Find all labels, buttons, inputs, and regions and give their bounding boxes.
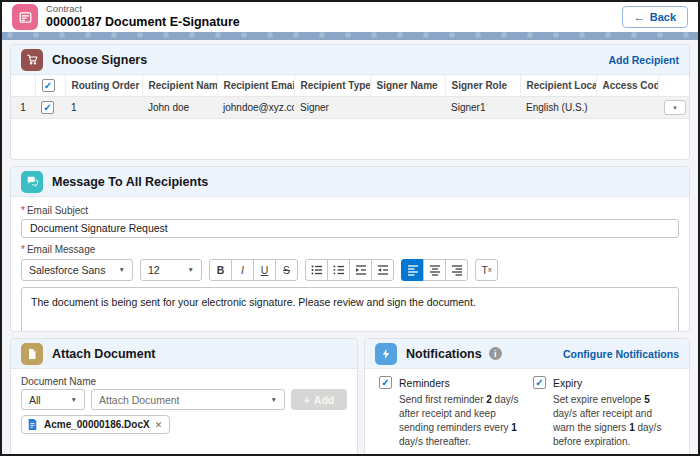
rownum-column-header bbox=[11, 75, 35, 97]
attached-file-name: Acme_00000186.DocX bbox=[44, 419, 150, 430]
choose-signers-title: Choose Signers bbox=[52, 53, 147, 67]
add-document-button[interactable]: + Add bbox=[291, 389, 347, 410]
numbered-list-icon[interactable] bbox=[327, 259, 350, 281]
expiry-row: ✓ Expiry bbox=[533, 376, 675, 389]
col-signer-name: Signer Name bbox=[370, 75, 445, 97]
signers-table-header-row: ✓ Routing Order Recipient Name Recipient… bbox=[11, 75, 689, 97]
underline-button[interactable]: U bbox=[253, 259, 276, 281]
required-asterisk: * bbox=[21, 205, 25, 216]
align-right-icon[interactable] bbox=[445, 259, 468, 281]
document-name-label: Document Name bbox=[21, 376, 347, 387]
chevron-down-icon: ▼ bbox=[271, 396, 277, 403]
add-recipient-link[interactable]: Add Recipient bbox=[608, 54, 679, 66]
chat-icon bbox=[21, 171, 43, 193]
col-row-actions bbox=[658, 75, 689, 97]
object-label: Contract bbox=[46, 4, 240, 15]
cell-recipient-locale: English (U.S.) bbox=[520, 97, 596, 119]
col-recipient-type: Recipient Type bbox=[294, 75, 370, 97]
bulleted-list-icon[interactable] bbox=[305, 259, 328, 281]
rich-text-toolbar: Salesforce Sans ▼ 12 ▼ B I U S bbox=[21, 259, 679, 281]
cell-recipient-type: Signer bbox=[294, 97, 370, 119]
chevron-down-icon: ▼ bbox=[672, 105, 678, 111]
cell-access-code bbox=[596, 97, 658, 119]
reminders-description: Send first reminder 2 day/s after receip… bbox=[399, 393, 521, 449]
check-icon: ✓ bbox=[535, 378, 543, 388]
attach-document-placeholder: Attach Document bbox=[99, 394, 180, 406]
document-icon bbox=[21, 343, 43, 365]
reminders-column: ✓ Reminders Send first reminder 2 day/s … bbox=[379, 376, 521, 449]
font-family-select[interactable]: Salesforce Sans ▼ bbox=[21, 259, 133, 281]
cell-recipient-email: johndoe@xyz.com bbox=[217, 97, 294, 119]
required-asterisk: * bbox=[21, 244, 25, 255]
check-icon: ✓ bbox=[381, 378, 389, 388]
check-icon: ✓ bbox=[43, 103, 51, 113]
configure-notifications-link[interactable]: Configure Notifications bbox=[563, 348, 679, 360]
email-message-textarea[interactable]: The document is being sent for your elec… bbox=[21, 287, 679, 333]
attached-file-pill[interactable]: Acme_00000186.DocX ✕ bbox=[21, 415, 170, 434]
attach-document-title: Attach Document bbox=[52, 347, 155, 361]
document-filter-select[interactable]: All ▼ bbox=[21, 389, 85, 410]
record-meta: Contract 00000187 Document E-Signature bbox=[46, 4, 240, 29]
bottom-row: Attach Document Document Name All ▼ Atta… bbox=[10, 338, 690, 456]
expiry-checkbox[interactable]: ✓ bbox=[533, 376, 546, 389]
email-message-label: *Email Message bbox=[21, 244, 679, 255]
choose-signers-card: Choose Signers Add Recipient ✓ Routing O… bbox=[10, 44, 690, 160]
notifications-header: Notifications i Configure Notifications bbox=[365, 339, 689, 369]
cart-icon bbox=[21, 49, 43, 71]
col-recipient-locale: Recipient Locale bbox=[520, 75, 596, 97]
text-style-group: B I U S bbox=[209, 259, 298, 281]
plus-icon: + bbox=[304, 394, 310, 406]
select-all-checkbox[interactable]: ✓ bbox=[42, 79, 55, 92]
select-all-column-header: ✓ bbox=[35, 75, 65, 97]
signers-table: ✓ Routing Order Recipient Name Recipient… bbox=[11, 75, 689, 119]
chevron-down-icon: ▼ bbox=[188, 266, 194, 273]
bold-button[interactable]: B bbox=[209, 259, 232, 281]
outdent-icon[interactable] bbox=[371, 259, 394, 281]
reminders-label: Reminders bbox=[399, 377, 450, 389]
row-select-checkbox[interactable]: ✓ bbox=[41, 101, 54, 114]
clear-formatting-button[interactable]: Tx bbox=[475, 259, 498, 281]
font-size-select[interactable]: 12 ▼ bbox=[140, 259, 202, 281]
cell-row-actions: ▼ bbox=[658, 97, 689, 119]
align-center-icon[interactable] bbox=[423, 259, 446, 281]
message-header: Message To All Recipients bbox=[11, 167, 689, 197]
chevron-down-icon: ▼ bbox=[119, 266, 125, 273]
cell-recipient-name: John doe bbox=[142, 97, 217, 119]
col-access-code: Access Code bbox=[596, 75, 658, 97]
document-filter-value: All bbox=[29, 394, 41, 406]
page-title: 00000187 Document E-Signature bbox=[46, 15, 240, 29]
reminders-checkbox[interactable]: ✓ bbox=[379, 376, 392, 389]
cell-signer-role: Signer1 bbox=[445, 97, 520, 119]
col-signer-role: Signer Role bbox=[445, 75, 520, 97]
notifications-card: Notifications i Configure Notifications … bbox=[364, 338, 690, 456]
lightning-icon bbox=[375, 343, 397, 365]
choose-signers-header: Choose Signers Add Recipient bbox=[11, 45, 689, 75]
back-button[interactable]: ← Back bbox=[622, 6, 688, 28]
signer-table-row: 1 ✓ 1 John doe johndoe@xyz.com Signer Si… bbox=[11, 97, 689, 119]
attach-controls: All ▼ Attach Document ▼ + Add bbox=[21, 389, 347, 410]
email-subject-input[interactable] bbox=[21, 219, 679, 238]
cell-signer-name bbox=[370, 97, 445, 119]
notifications-title: Notifications bbox=[406, 347, 482, 361]
record-header: Contract 00000187 Document E-Signature ←… bbox=[2, 2, 698, 32]
font-size-value: 12 bbox=[148, 264, 160, 276]
reminders-row: ✓ Reminders bbox=[379, 376, 521, 389]
info-icon[interactable]: i bbox=[489, 347, 502, 360]
col-recipient-email: Recipient Email bbox=[217, 75, 294, 97]
attach-document-combobox[interactable]: Attach Document ▼ bbox=[91, 389, 285, 410]
row-actions-button[interactable]: ▼ bbox=[664, 100, 686, 115]
italic-button[interactable]: I bbox=[231, 259, 254, 281]
main-content: Choose Signers Add Recipient ✓ Routing O… bbox=[2, 40, 698, 456]
attach-document-body: Document Name All ▼ Attach Document ▼ + bbox=[11, 369, 357, 440]
notifications-body: ✓ Reminders Send first reminder 2 day/s … bbox=[365, 369, 689, 456]
indent-icon[interactable] bbox=[349, 259, 372, 281]
header-decorative-strip bbox=[2, 32, 698, 40]
strikethrough-button[interactable]: S bbox=[275, 259, 298, 281]
remove-file-icon[interactable]: ✕ bbox=[155, 420, 163, 430]
align-left-icon[interactable] bbox=[401, 259, 424, 281]
col-routing-order: Routing Order bbox=[65, 75, 142, 97]
chevron-down-icon: ▼ bbox=[71, 396, 77, 403]
back-button-label: Back bbox=[650, 11, 676, 23]
check-icon: ✓ bbox=[44, 81, 52, 91]
message-title: Message To All Recipients bbox=[52, 175, 208, 189]
